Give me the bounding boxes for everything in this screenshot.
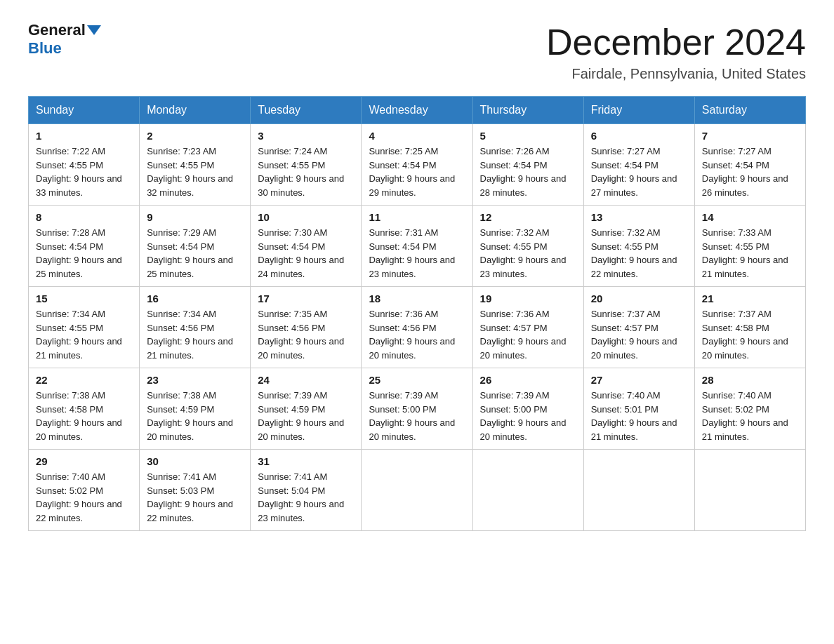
week-row-2: 8 Sunrise: 7:28 AM Sunset: 4:54 PM Dayli…: [29, 206, 806, 287]
header-tuesday: Tuesday: [251, 97, 362, 124]
day-info: Sunrise: 7:34 AM Sunset: 4:56 PM Dayligh…: [147, 307, 243, 362]
calendar-cell: 9 Sunrise: 7:29 AM Sunset: 4:54 PM Dayli…: [140, 206, 251, 287]
day-info: Sunrise: 7:30 AM Sunset: 4:54 PM Dayligh…: [258, 226, 354, 281]
day-info: Sunrise: 7:41 AM Sunset: 5:03 PM Dayligh…: [147, 470, 243, 525]
calendar-cell: 15 Sunrise: 7:34 AM Sunset: 4:55 PM Dayl…: [29, 287, 140, 368]
logo: General Blue: [28, 21, 101, 58]
day-info: Sunrise: 7:40 AM Sunset: 5:02 PM Dayligh…: [36, 470, 132, 525]
day-number: 3: [258, 130, 354, 142]
day-number: 22: [36, 374, 132, 386]
day-number: 11: [369, 211, 465, 223]
calendar-cell: 27 Sunrise: 7:40 AM Sunset: 5:01 PM Dayl…: [583, 368, 694, 450]
logo-general-text: General: [28, 21, 86, 39]
calendar-cell: 22 Sunrise: 7:38 AM Sunset: 4:58 PM Dayl…: [29, 368, 140, 450]
calendar-cell: 12 Sunrise: 7:32 AM Sunset: 4:55 PM Dayl…: [472, 206, 583, 287]
day-info: Sunrise: 7:23 AM Sunset: 4:55 PM Dayligh…: [147, 145, 243, 199]
week-row-1: 1 Sunrise: 7:22 AM Sunset: 4:55 PM Dayli…: [29, 124, 806, 206]
calendar-cell: 10 Sunrise: 7:30 AM Sunset: 4:54 PM Dayl…: [251, 206, 362, 287]
day-info: Sunrise: 7:36 AM Sunset: 4:56 PM Dayligh…: [369, 307, 465, 362]
title-block: December 2024 Fairdale, Pennsylvania, Un…: [546, 21, 806, 82]
calendar-cell: [472, 450, 583, 531]
day-info: Sunrise: 7:37 AM Sunset: 4:57 PM Dayligh…: [591, 307, 687, 362]
week-row-5: 29 Sunrise: 7:40 AM Sunset: 5:02 PM Dayl…: [29, 450, 806, 531]
page-header: General Blue December 2024 Fairdale, Pen…: [28, 21, 806, 82]
calendar-cell: 24 Sunrise: 7:39 AM Sunset: 4:59 PM Dayl…: [251, 368, 362, 450]
calendar-cell: 18 Sunrise: 7:36 AM Sunset: 4:56 PM Dayl…: [362, 287, 472, 368]
header-sunday: Sunday: [29, 97, 140, 124]
day-number: 13: [591, 211, 687, 223]
calendar-cell: 21 Sunrise: 7:37 AM Sunset: 4:58 PM Dayl…: [694, 287, 805, 368]
day-info: Sunrise: 7:25 AM Sunset: 4:54 PM Dayligh…: [369, 145, 465, 199]
day-number: 23: [147, 374, 243, 386]
calendar-cell: 1 Sunrise: 7:22 AM Sunset: 4:55 PM Dayli…: [29, 124, 140, 206]
day-info: Sunrise: 7:33 AM Sunset: 4:55 PM Dayligh…: [702, 226, 798, 281]
day-info: Sunrise: 7:24 AM Sunset: 4:55 PM Dayligh…: [258, 145, 354, 199]
day-number: 12: [480, 211, 576, 223]
calendar-cell: 14 Sunrise: 7:33 AM Sunset: 4:55 PM Dayl…: [694, 206, 805, 287]
day-info: Sunrise: 7:40 AM Sunset: 5:01 PM Dayligh…: [591, 389, 687, 443]
calendar-cell: 3 Sunrise: 7:24 AM Sunset: 4:55 PM Dayli…: [251, 124, 362, 206]
day-number: 5: [480, 130, 576, 142]
day-number: 30: [147, 455, 243, 467]
day-number: 16: [147, 293, 243, 304]
day-number: 17: [258, 293, 354, 304]
day-number: 1: [36, 130, 132, 142]
calendar-cell: 7 Sunrise: 7:27 AM Sunset: 4:54 PM Dayli…: [694, 124, 805, 206]
day-number: 6: [591, 130, 687, 142]
day-info: Sunrise: 7:27 AM Sunset: 4:54 PM Dayligh…: [591, 145, 687, 199]
day-info: Sunrise: 7:22 AM Sunset: 4:55 PM Dayligh…: [36, 145, 132, 199]
logo-triangle-icon: [87, 25, 101, 35]
calendar-cell: 4 Sunrise: 7:25 AM Sunset: 4:54 PM Dayli…: [362, 124, 472, 206]
calendar-cell: [694, 450, 805, 531]
calendar-cell: 28 Sunrise: 7:40 AM Sunset: 5:02 PM Dayl…: [694, 368, 805, 450]
day-info: Sunrise: 7:32 AM Sunset: 4:55 PM Dayligh…: [591, 226, 687, 281]
day-info: Sunrise: 7:39 AM Sunset: 5:00 PM Dayligh…: [369, 389, 465, 443]
calendar-cell: 6 Sunrise: 7:27 AM Sunset: 4:54 PM Dayli…: [583, 124, 694, 206]
week-row-3: 15 Sunrise: 7:34 AM Sunset: 4:55 PM Dayl…: [29, 287, 806, 368]
day-info: Sunrise: 7:38 AM Sunset: 4:59 PM Dayligh…: [147, 389, 243, 443]
day-number: 20: [591, 293, 687, 304]
day-number: 27: [591, 374, 687, 386]
day-info: Sunrise: 7:32 AM Sunset: 4:55 PM Dayligh…: [480, 226, 576, 281]
day-info: Sunrise: 7:29 AM Sunset: 4:54 PM Dayligh…: [147, 226, 243, 281]
header-saturday: Saturday: [694, 97, 805, 124]
calendar-cell: 5 Sunrise: 7:26 AM Sunset: 4:54 PM Dayli…: [472, 124, 583, 206]
day-number: 19: [480, 293, 576, 304]
calendar-table: Sunday Monday Tuesday Wednesday Thursday…: [28, 96, 806, 531]
day-number: 8: [36, 211, 132, 223]
logo-blue-text: Blue: [28, 39, 62, 57]
day-number: 18: [369, 293, 465, 304]
day-number: 26: [480, 374, 576, 386]
calendar-cell: 30 Sunrise: 7:41 AM Sunset: 5:03 PM Dayl…: [140, 450, 251, 531]
day-number: 31: [258, 455, 354, 467]
calendar-cell: 20 Sunrise: 7:37 AM Sunset: 4:57 PM Dayl…: [583, 287, 694, 368]
calendar-cell: 31 Sunrise: 7:41 AM Sunset: 5:04 PM Dayl…: [251, 450, 362, 531]
day-number: 14: [702, 211, 798, 223]
week-row-4: 22 Sunrise: 7:38 AM Sunset: 4:58 PM Dayl…: [29, 368, 806, 450]
day-info: Sunrise: 7:28 AM Sunset: 4:54 PM Dayligh…: [36, 226, 132, 281]
day-number: 24: [258, 374, 354, 386]
day-headers-row: Sunday Monday Tuesday Wednesday Thursday…: [29, 97, 806, 124]
calendar-cell: [362, 450, 472, 531]
day-info: Sunrise: 7:31 AM Sunset: 4:54 PM Dayligh…: [369, 226, 465, 281]
header-thursday: Thursday: [472, 97, 583, 124]
day-number: 9: [147, 211, 243, 223]
day-number: 7: [702, 130, 798, 142]
day-info: Sunrise: 7:39 AM Sunset: 4:59 PM Dayligh…: [258, 389, 354, 443]
day-info: Sunrise: 7:38 AM Sunset: 4:58 PM Dayligh…: [36, 389, 132, 443]
calendar-cell: 25 Sunrise: 7:39 AM Sunset: 5:00 PM Dayl…: [362, 368, 472, 450]
day-number: 10: [258, 211, 354, 223]
day-number: 28: [702, 374, 798, 386]
month-title: December 2024: [546, 21, 806, 63]
day-info: Sunrise: 7:41 AM Sunset: 5:04 PM Dayligh…: [258, 470, 354, 525]
location-title: Fairdale, Pennsylvania, United States: [546, 66, 806, 82]
calendar-cell: 29 Sunrise: 7:40 AM Sunset: 5:02 PM Dayl…: [29, 450, 140, 531]
calendar-cell: 2 Sunrise: 7:23 AM Sunset: 4:55 PM Dayli…: [140, 124, 251, 206]
day-number: 21: [702, 293, 798, 304]
calendar-cell: [583, 450, 694, 531]
day-info: Sunrise: 7:34 AM Sunset: 4:55 PM Dayligh…: [36, 307, 132, 362]
calendar-cell: 19 Sunrise: 7:36 AM Sunset: 4:57 PM Dayl…: [472, 287, 583, 368]
day-info: Sunrise: 7:35 AM Sunset: 4:56 PM Dayligh…: [258, 307, 354, 362]
day-number: 29: [36, 455, 132, 467]
day-number: 15: [36, 293, 132, 304]
